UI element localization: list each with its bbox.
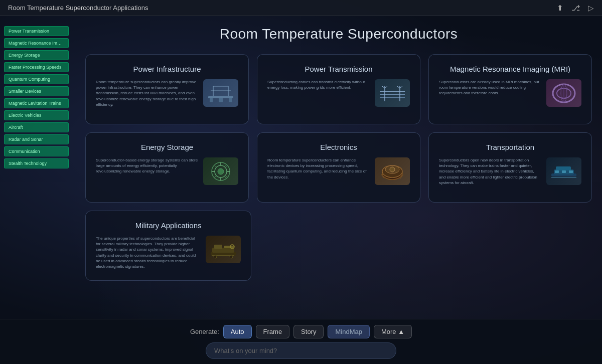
branch-icon[interactable]: ⎇ [571, 4, 580, 13]
card-text-military: The unique properties of superconductors… [96, 236, 201, 269]
svg-rect-0 [208, 96, 233, 98]
sidebar-item-quantum[interactable]: Quantum Computing [4, 74, 69, 84]
card-title-electronics: Electronics [267, 143, 410, 151]
svg-rect-7 [229, 98, 232, 102]
sidebar-item-smaller-devices[interactable]: Smaller Devices [4, 86, 69, 96]
card-body-power-transmission: Superconducting cables can transmit elec… [267, 79, 410, 114]
sidebar-item-radar[interactable]: Radar and Sonar [4, 134, 69, 144]
svg-rect-36 [556, 166, 571, 170]
card-text-electronics: Room temperature superconductors can enh… [267, 157, 370, 180]
card-image-transportation [546, 157, 581, 185]
bottom-bar: Generate: Auto Frame Story MindMap More … [0, 319, 602, 364]
card-body-mri: Superconductors are already used in MRI … [439, 79, 581, 114]
card-military-applications[interactable]: Military Applications The unique propert… [85, 211, 251, 281]
card-image-electronics [375, 157, 410, 185]
generate-row: Generate: Auto Frame Story MindMap More … [190, 325, 412, 338]
svg-rect-6 [219, 98, 223, 102]
card-text-mri: Superconductors are already used in MRI … [439, 79, 541, 96]
svg-rect-5 [210, 98, 213, 102]
sidebar-item-power-transmission[interactable]: Power Transmission [4, 26, 69, 36]
sidebar-item-electric-vehicles[interactable]: Electric Vehicles [4, 110, 69, 120]
card-body-energy-storage: Superconductor-based energy storage syst… [96, 157, 238, 192]
empty-space [259, 211, 592, 281]
svg-line-26 [214, 176, 216, 178]
card-energy-storage[interactable]: Energy Storage Superconductor-based ener… [85, 132, 249, 203]
sidebar-item-faster-processing[interactable]: Faster Processing Speeds [4, 62, 69, 72]
main-content: Room Temperature Superconductors Power I… [75, 16, 602, 364]
card-title-mri: Magnetic Resonance Imaging (MRI) [439, 65, 581, 73]
btn-story[interactable]: Story [293, 325, 324, 338]
svg-point-47 [214, 255, 217, 258]
card-image-military [206, 236, 241, 263]
card-body-power-infrastructure: Room temperature superconductors can gre… [96, 79, 238, 114]
sidebar-item-aircraft[interactable]: Aircraft [4, 122, 69, 132]
svg-rect-37 [555, 170, 559, 173]
page-title: Room Temperature Superconductors [85, 26, 592, 42]
btn-mindmap[interactable]: MindMap [328, 325, 369, 338]
btn-more[interactable]: More ▲ [374, 325, 412, 338]
btn-frame[interactable]: Frame [256, 325, 290, 338]
window-title: Room Temperature Superconductor Applicat… [8, 4, 148, 12]
play-icon[interactable]: ▷ [588, 4, 594, 13]
svg-line-24 [214, 165, 216, 167]
sidebar-item-energy-storage[interactable]: Energy Storage [4, 50, 69, 60]
sidebar-item-maglev[interactable]: Magnetic Levitation Trains [4, 98, 69, 108]
card-grid-top: Power Infrastructure Room temperature su… [85, 54, 592, 124]
sidebar-item-mri[interactable]: Magnetic Resonance Imaging (MRI) [4, 38, 69, 48]
svg-point-48 [230, 255, 233, 258]
card-mri[interactable]: Magnetic Resonance Imaging (MRI) Superco… [428, 54, 592, 124]
svg-rect-38 [562, 170, 566, 173]
sidebar-item-communication[interactable]: Communication [4, 146, 69, 156]
card-title-power-transmission: Power Transmission [267, 65, 410, 73]
card-power-infrastructure[interactable]: Power Infrastructure Room temperature su… [85, 54, 249, 124]
generate-label: Generate: [190, 328, 219, 335]
card-body-electronics: Room temperature superconductors can enh… [267, 157, 410, 192]
card-text-transportation: Superconductors open new doors in transp… [439, 157, 541, 186]
svg-rect-43 [214, 245, 222, 249]
svg-rect-39 [569, 170, 573, 173]
card-power-transmission[interactable]: Power Transmission Superconducting cable… [257, 54, 420, 124]
card-grid-middle: Energy Storage Superconductor-based ener… [85, 132, 592, 203]
card-image-power-infrastructure [203, 79, 238, 107]
top-bar: Room Temperature Superconductor Applicat… [0, 0, 602, 16]
svg-point-19 [218, 168, 224, 174]
btn-auto[interactable]: Auto [223, 325, 252, 338]
card-image-energy-storage [203, 157, 238, 185]
card-text-power-infrastructure: Room temperature superconductors can gre… [96, 79, 198, 107]
card-body-transportation: Superconductors open new doors in transp… [439, 157, 581, 192]
card-image-mri [546, 79, 581, 107]
card-title-power-infrastructure: Power Infrastructure [96, 65, 238, 73]
top-bar-actions: ⬆ ⎇ ▷ [557, 4, 594, 13]
card-title-energy-storage: Energy Storage [96, 143, 238, 151]
svg-point-31 [390, 167, 395, 172]
sidebar-item-stealth[interactable]: Stealth Technology [4, 158, 69, 168]
card-text-power-transmission: Superconducting cables can transmit elec… [267, 79, 370, 90]
card-transportation[interactable]: Transportation Superconductors open new … [428, 132, 592, 203]
card-body-military: The unique properties of superconductors… [96, 236, 241, 270]
sidebar: Power Transmission Magnetic Resonance Im… [0, 16, 73, 364]
search-input[interactable] [206, 342, 396, 359]
share-icon[interactable]: ⬆ [557, 4, 563, 13]
svg-rect-44 [224, 246, 234, 248]
card-title-transportation: Transportation [439, 143, 581, 151]
card-grid-bottom: Military Applications The unique propert… [85, 211, 592, 281]
card-title-military: Military Applications [96, 221, 241, 230]
card-electronics[interactable]: Electronics Room temperature superconduc… [257, 132, 420, 203]
card-image-power-transmission [375, 79, 410, 107]
card-text-energy-storage: Superconductor-based energy storage syst… [96, 157, 198, 174]
